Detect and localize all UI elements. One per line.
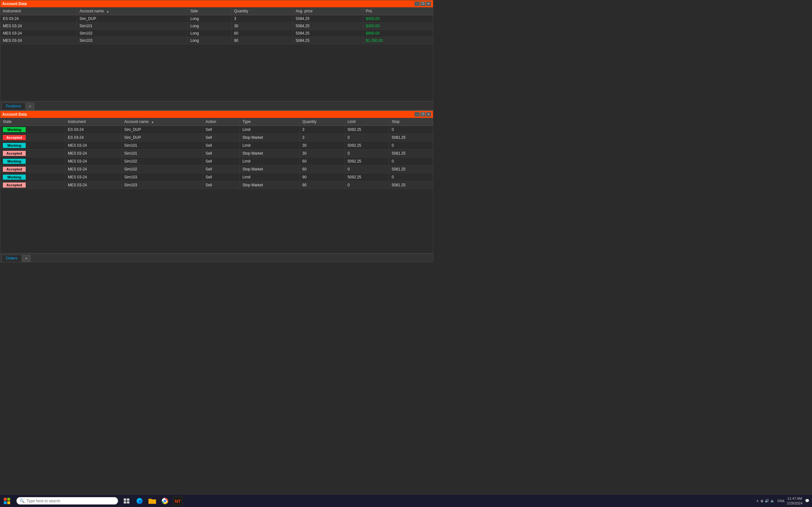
- cell-instrument: ES 03-24: [65, 126, 121, 134]
- cell-action: Sell: [203, 165, 240, 173]
- minimize-button[interactable]: ─: [415, 2, 420, 6]
- bottom-table-container: State Instrument Account name ▲ Action T…: [0, 118, 433, 253]
- cell-state: Working: [0, 142, 65, 150]
- cell-state: Working: [0, 158, 65, 165]
- orders-table: State Instrument Account name ▲ Action T…: [0, 118, 433, 189]
- col-state[interactable]: State: [0, 118, 65, 126]
- col-side[interactable]: Side: [188, 7, 232, 15]
- table-row: MES 03-24 Sim103 Long 90 5084.25 $1,350.…: [0, 37, 433, 44]
- cell-limit: 0: [345, 150, 389, 158]
- cell-stop: 5081.25: [389, 181, 433, 189]
- cell-account-name: Sim102: [77, 30, 188, 37]
- positions-table-body: ES 03-24 Sim_DUP Long 3 5084.25 $450.00 …: [0, 15, 433, 44]
- cell-quantity: 30: [300, 150, 345, 158]
- cell-pnl: $1,350.00: [363, 37, 433, 44]
- cell-action: Sell: [203, 142, 240, 150]
- col-action[interactable]: Action: [203, 118, 240, 126]
- cell-instrument: MES 03-24: [65, 142, 121, 150]
- top-panel-titlebar: Account Data ─ ❐ ✕: [0, 0, 433, 7]
- cell-quantity: 90: [300, 173, 345, 181]
- top-panel: Account Data ─ ❐ ✕ Instrument Account na…: [0, 0, 433, 110]
- cell-account-name: Sim101: [77, 22, 188, 30]
- positions-tab[interactable]: Positions: [2, 103, 26, 109]
- cell-instrument: MES 03-24: [65, 165, 121, 173]
- cell-state: Accepted: [0, 134, 65, 142]
- table-row: Accepted ES 03-24 Sim_DUP Sell Stop Mark…: [0, 134, 433, 142]
- col-quantity[interactable]: Quantity: [231, 7, 293, 15]
- orders-table-header: State Instrument Account name ▲ Action T…: [0, 118, 433, 126]
- cell-stop: 0: [389, 142, 433, 150]
- cell-limit: 0: [345, 165, 389, 173]
- cell-quantity: 30: [300, 142, 345, 150]
- close-button[interactable]: ✕: [426, 2, 431, 6]
- col-instrument[interactable]: Instrument: [0, 7, 77, 15]
- table-row: Accepted MES 03-24 Sim103 Sell Stop Mark…: [0, 181, 433, 189]
- cell-state: Accepted: [0, 165, 65, 173]
- orders-table-body: Working ES 03-24 Sim_DUP Sell Limit 3 50…: [0, 126, 433, 189]
- col-pnl[interactable]: PnL: [363, 7, 433, 15]
- col-stop[interactable]: Stop: [389, 118, 433, 126]
- orders-tab[interactable]: Orders: [2, 255, 21, 262]
- table-row: Accepted MES 03-24 Sim102 Sell Stop Mark…: [0, 165, 433, 173]
- cell-type: Limit: [240, 158, 300, 165]
- col-quantity-orders[interactable]: Quantity: [300, 118, 345, 126]
- cell-account-name: Sim103: [77, 37, 188, 44]
- col-avg-price[interactable]: Avg. price: [293, 7, 363, 15]
- cell-stop: 5081.25: [389, 165, 433, 173]
- table-row: ES 03-24 Sim_DUP Long 3 5084.25 $450.00: [0, 15, 433, 22]
- cell-avg-price: 5084.25: [293, 37, 363, 44]
- cell-account-name: Sim101: [121, 142, 203, 150]
- top-panel-title: Account Data: [2, 2, 27, 6]
- cell-type: Limit: [240, 142, 300, 150]
- cell-action: Sell: [203, 181, 240, 189]
- cell-state: Working: [0, 173, 65, 181]
- col-account-name[interactable]: Account name ▲: [77, 7, 188, 15]
- cell-pnl: $450.00: [363, 22, 433, 30]
- col-instrument-orders[interactable]: Instrument: [65, 118, 121, 126]
- col-limit[interactable]: Limit: [345, 118, 389, 126]
- cell-account-name: Sim_DUP: [121, 134, 203, 142]
- cell-instrument: MES 03-24: [0, 22, 77, 30]
- cell-instrument: ES 03-24: [0, 15, 77, 22]
- cell-action: Sell: [203, 158, 240, 165]
- close-button-bottom[interactable]: ✕: [426, 112, 431, 117]
- cell-limit: 5092.25: [345, 126, 389, 134]
- cell-avg-price: 5084.25: [293, 30, 363, 37]
- cell-quantity: 3: [300, 126, 345, 134]
- sort-arrow-account: ▲: [106, 9, 109, 13]
- cell-account-name: Sim_DUP: [77, 15, 188, 22]
- cell-stop: 5081.25: [389, 150, 433, 158]
- cell-instrument: MES 03-24: [0, 37, 77, 44]
- add-tab-button-bottom[interactable]: +: [22, 255, 31, 262]
- top-tab-bar: Positions +: [0, 101, 433, 110]
- cell-action: Sell: [203, 126, 240, 134]
- cell-limit: 0: [345, 181, 389, 189]
- top-table-container: Instrument Account name ▲ Side Quantity …: [0, 7, 433, 101]
- minimize-button-bottom[interactable]: ─: [415, 112, 420, 117]
- table-row: Accepted MES 03-24 Sim101 Sell Stop Mark…: [0, 150, 433, 158]
- top-panel-controls: ─ ❐ ✕: [415, 2, 431, 6]
- col-type[interactable]: Type: [240, 118, 300, 126]
- cell-quantity: 60: [300, 158, 345, 165]
- cell-quantity: 90: [300, 181, 345, 189]
- table-row: MES 03-24 Sim102 Long 60 5084.25 $900.00: [0, 30, 433, 37]
- cell-state: Working: [0, 126, 65, 134]
- cell-state: Accepted: [0, 181, 65, 189]
- table-row: Working MES 03-24 Sim101 Sell Limit 30 5…: [0, 142, 433, 150]
- restore-button[interactable]: ❐: [420, 2, 425, 6]
- add-tab-button-top[interactable]: +: [26, 103, 34, 110]
- col-account-name-orders[interactable]: Account name ▲: [121, 118, 203, 126]
- cell-limit: 5092.25: [345, 142, 389, 150]
- cell-limit: 5092.25: [345, 173, 389, 181]
- restore-button-bottom[interactable]: ❐: [420, 112, 425, 117]
- bottom-panel-controls: ─ ❐ ✕: [415, 112, 431, 117]
- cell-side: Long: [188, 37, 232, 44]
- cell-limit: 5092.25: [345, 158, 389, 165]
- cell-instrument: MES 03-24: [65, 158, 121, 165]
- cell-account-name: Sim102: [121, 158, 203, 165]
- cell-instrument: MES 03-24: [65, 173, 121, 181]
- cell-type: Limit: [240, 126, 300, 134]
- cell-action: Sell: [203, 173, 240, 181]
- cell-quantity: 3: [231, 15, 293, 22]
- cell-instrument: ES 03-24: [65, 134, 121, 142]
